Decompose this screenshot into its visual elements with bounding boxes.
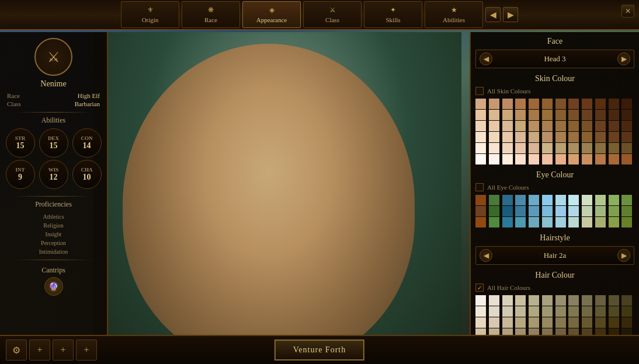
skin-swatch-63[interactable]: [515, 154, 526, 164]
skin-swatch-18[interactable]: [555, 110, 566, 120]
skin-swatch-9[interactable]: [595, 99, 606, 109]
hair-swatch-29[interactable]: [542, 317, 553, 328]
eye-swatch-4[interactable]: [529, 195, 539, 205]
eye-swatch-12[interactable]: [475, 206, 486, 216]
tab-class[interactable]: ⚔ Class: [303, 1, 362, 28]
eye-swatch-35[interactable]: [621, 217, 632, 228]
eye-swatch-23[interactable]: [621, 206, 632, 216]
eye-swatch-29[interactable]: [542, 217, 553, 228]
tab-appearance[interactable]: ◈ Appearance: [242, 1, 301, 28]
hair-swatch-34[interactable]: [609, 317, 619, 328]
eye-swatch-0[interactable]: [475, 195, 486, 205]
skin-swatch-53[interactable]: [542, 143, 553, 153]
skin-swatch-50[interactable]: [502, 143, 513, 153]
skin-swatch-56[interactable]: [582, 143, 592, 153]
venture-forth-button[interactable]: Venture Forth: [275, 340, 364, 360]
skin-swatch-65[interactable]: [542, 154, 553, 164]
skin-swatch-47[interactable]: [621, 132, 632, 142]
tab-skills[interactable]: ✦ Skills: [364, 1, 422, 28]
nav-prev-arrow[interactable]: ◀: [485, 7, 501, 22]
skin-swatch-3[interactable]: [515, 99, 526, 109]
skin-swatch-23[interactable]: [621, 110, 632, 120]
skin-swatch-44[interactable]: [582, 132, 592, 142]
skin-swatch-48[interactable]: [475, 143, 486, 153]
skin-swatch-34[interactable]: [609, 121, 619, 131]
skin-swatch-58[interactable]: [609, 143, 619, 153]
skin-swatch-11[interactable]: [621, 99, 632, 109]
hair-swatch-23[interactable]: [621, 306, 632, 317]
skin-swatch-22[interactable]: [609, 110, 619, 120]
skin-swatch-61[interactable]: [489, 154, 499, 164]
hair-swatch-10[interactable]: [609, 295, 619, 306]
skin-swatch-5[interactable]: [542, 99, 553, 109]
skin-swatch-59[interactable]: [621, 143, 632, 153]
hair-swatch-16[interactable]: [529, 306, 539, 317]
close-button[interactable]: ✕: [621, 5, 634, 18]
skin-swatch-45[interactable]: [595, 132, 606, 142]
hair-swatch-21[interactable]: [595, 306, 606, 317]
skin-swatch-33[interactable]: [595, 121, 606, 131]
skin-swatch-62[interactable]: [502, 154, 513, 164]
eye-swatch-34[interactable]: [609, 217, 619, 228]
eye-swatch-15[interactable]: [515, 206, 526, 216]
skin-swatch-17[interactable]: [542, 110, 553, 120]
skin-swatch-14[interactable]: [502, 110, 513, 120]
skin-swatch-39[interactable]: [515, 132, 526, 142]
skin-swatch-16[interactable]: [529, 110, 539, 120]
hair-swatch-18[interactable]: [555, 306, 566, 317]
eye-swatch-26[interactable]: [502, 217, 513, 228]
eye-swatch-25[interactable]: [489, 217, 499, 228]
skin-swatch-15[interactable]: [515, 110, 526, 120]
eye-swatch-13[interactable]: [489, 206, 499, 216]
skin-swatch-21[interactable]: [595, 110, 606, 120]
eye-swatch-17[interactable]: [542, 206, 553, 216]
hair-swatch-26[interactable]: [502, 317, 513, 328]
skin-swatch-29[interactable]: [542, 121, 553, 131]
hair-swatch-3[interactable]: [515, 295, 526, 306]
eye-swatch-1[interactable]: [489, 195, 499, 205]
eye-swatch-8[interactable]: [582, 195, 592, 205]
skin-swatch-55[interactable]: [568, 143, 579, 153]
skin-swatch-0[interactable]: [475, 99, 486, 109]
skin-swatch-8[interactable]: [582, 99, 592, 109]
eye-swatch-2[interactable]: [502, 195, 513, 205]
skin-swatch-51[interactable]: [515, 143, 526, 153]
skin-swatch-42[interactable]: [555, 132, 566, 142]
hair-swatch-8[interactable]: [582, 295, 592, 306]
skin-swatch-71[interactable]: [621, 154, 632, 164]
skin-swatch-7[interactable]: [568, 99, 579, 109]
hair-swatch-12[interactable]: [475, 306, 486, 317]
eye-swatch-16[interactable]: [529, 206, 539, 216]
tab-abilities[interactable]: ★ Abilities: [425, 1, 483, 28]
eye-swatch-11[interactable]: [621, 195, 632, 205]
head-prev-button[interactable]: ◀: [480, 52, 492, 65]
skin-swatch-20[interactable]: [582, 110, 592, 120]
skin-swatch-27[interactable]: [515, 121, 526, 131]
hair-swatch-32[interactable]: [582, 317, 592, 328]
hair-swatch-28[interactable]: [529, 317, 539, 328]
skin-all-checkbox[interactable]: [475, 87, 484, 95]
eye-swatch-14[interactable]: [502, 206, 513, 216]
skin-swatch-68[interactable]: [582, 154, 592, 164]
hair-swatch-13[interactable]: [489, 306, 499, 317]
skin-swatch-70[interactable]: [609, 154, 619, 164]
hair-swatch-1[interactable]: [489, 295, 499, 306]
hair-swatch-5[interactable]: [542, 295, 553, 306]
hairstyle-prev-button[interactable]: ◀: [480, 249, 492, 262]
eye-swatch-9[interactable]: [595, 195, 606, 205]
add-button-3[interactable]: +: [76, 340, 97, 360]
skin-swatch-24[interactable]: [475, 121, 486, 131]
hair-swatch-6[interactable]: [555, 295, 566, 306]
hair-swatch-30[interactable]: [555, 317, 566, 328]
hair-swatch-25[interactable]: [489, 317, 499, 328]
hair-swatch-0[interactable]: [475, 295, 486, 306]
skin-swatch-6[interactable]: [555, 99, 566, 109]
skin-swatch-38[interactable]: [502, 132, 513, 142]
eye-swatch-27[interactable]: [515, 217, 526, 228]
hair-swatch-35[interactable]: [621, 317, 632, 328]
hair-swatch-9[interactable]: [595, 295, 606, 306]
eye-swatch-3[interactable]: [515, 195, 526, 205]
hair-swatch-20[interactable]: [582, 306, 592, 317]
skin-swatch-31[interactable]: [568, 121, 579, 131]
eye-swatch-6[interactable]: [555, 195, 566, 205]
